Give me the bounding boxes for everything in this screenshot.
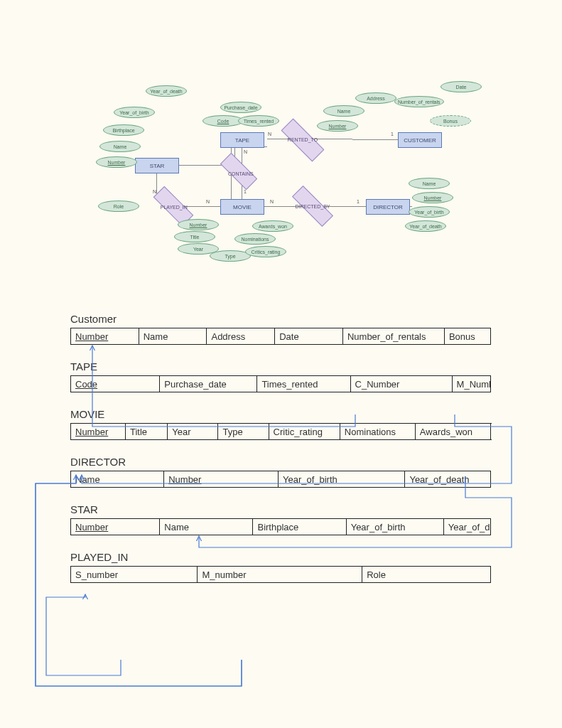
relational-schema: Customer Number Name Address Date Number…: [70, 313, 491, 583]
col-customer-bonus: Bonus: [444, 328, 490, 345]
table-tape: Code Purchase_date Times_rented C_Number…: [70, 375, 491, 392]
entity-tape-label: TAPE: [235, 137, 249, 144]
entity-movie: MOVIE: [220, 199, 264, 215]
rel-rented-to-wrapper: RENTED_TO: [281, 132, 330, 147]
attr-cust-number-of-rentals: Number_of_rentals: [394, 96, 444, 107]
attr-movie-nominations: Nominations: [234, 233, 276, 245]
col-star-yob: Year_of_birth: [346, 519, 443, 535]
col-movie-title: Title: [125, 424, 167, 440]
attr-movie-critics-rating: Critics_rating: [245, 246, 286, 257]
attr-tape-times-rented: Times_rented: [238, 115, 279, 127]
attr-cust-name: Name: [323, 105, 364, 117]
table-movie: Number Title Year Type Critic_rating Nom…: [70, 423, 491, 440]
col-star-birthplace: Birthplace: [253, 519, 346, 535]
attr-cust-date: Date: [441, 81, 482, 92]
table-director: Name Number Year_of_birth Year_of_death: [70, 471, 491, 488]
table-star-block: STAR Number Name Birthplace Year_of_birt…: [70, 503, 491, 535]
col-star-number: Number: [75, 522, 108, 532]
entity-star-label: STAR: [150, 163, 165, 169]
attr-cust-address: Address: [355, 92, 396, 104]
card-star-played-n: N: [153, 189, 156, 194]
col-playedin-snumber: S_number: [71, 567, 198, 583]
col-star-yod: Year_of_death: [443, 519, 490, 535]
entity-star: STAR: [135, 158, 179, 173]
entity-director-label: DIRECTOR: [373, 204, 403, 210]
card-rented-cust-1: 1: [391, 132, 394, 136]
attr-dir-year-of-birth: Year_of_birth: [409, 206, 450, 218]
attr-dir-number: Number: [412, 192, 453, 203]
attr-movie-awards-won: Awards_won: [252, 220, 293, 232]
attr-star-number: Number: [96, 156, 137, 168]
card-movie-directed-n: N: [270, 199, 274, 204]
entity-customer: CUSTOMER: [398, 132, 442, 148]
col-tape-timesrented: Times_rented: [257, 376, 350, 392]
table-movie-name: MOVIE: [70, 408, 491, 420]
card-tape-rented-n: N: [268, 132, 271, 136]
col-customer-date: Date: [275, 328, 343, 345]
entity-director: DIRECTOR: [366, 199, 410, 215]
attr-movie-title: Title: [174, 231, 215, 242]
rel-played-in: PLAYED_IN: [153, 200, 195, 215]
col-movie-number: Number: [75, 427, 108, 437]
card-directed-dir-1: 1: [357, 199, 360, 204]
col-director-yob: Year_of_birth: [278, 471, 404, 488]
col-movie-type: Type: [218, 424, 269, 440]
table-tape-name: TAPE: [70, 360, 491, 373]
col-movie-criticrating: Critic_rating: [269, 424, 340, 440]
table-playedin-block: PLAYED_IN S_number M_number Role: [70, 551, 491, 583]
col-tape-mnumber: M_Number: [452, 376, 490, 392]
table-playedin-name: PLAYED_IN: [70, 551, 491, 563]
col-tape-purchasedate: Purchase_date: [160, 376, 257, 392]
table-star-name: STAR: [70, 503, 491, 515]
attr-played-role: Role: [98, 200, 139, 212]
attr-tape-purchase-date: Purchase_date: [220, 102, 261, 113]
col-customer-numrentals: Number_of_rentals: [342, 328, 444, 345]
col-customer-number: Number: [75, 331, 108, 342]
table-director-name: DIRECTOR: [70, 456, 491, 468]
col-movie-nominations: Nominations: [340, 424, 415, 440]
card-tape-contains-n: N: [244, 149, 247, 154]
table-customer-name: Customer: [70, 313, 491, 325]
attr-movie-number: Number: [178, 219, 219, 230]
rel-contains: CONTAINS: [220, 166, 262, 182]
attr-dir-name: Name: [409, 178, 450, 189]
table-star: Number Name Birthplace Year_of_birth Yea…: [70, 518, 491, 535]
entity-tape: TAPE: [220, 132, 264, 148]
table-director-block: DIRECTOR Name Number Year_of_birth Year_…: [70, 456, 491, 488]
table-tape-block: TAPE Code Purchase_date Times_rented C_N…: [70, 360, 491, 392]
col-playedin-mnumber: M_number: [198, 567, 362, 583]
col-director-number: Number: [168, 474, 201, 485]
entity-customer-label: CUSTOMER: [404, 137, 436, 144]
col-playedin-role: Role: [362, 567, 491, 583]
rel-rented-to: RENTED_TO: [281, 132, 324, 148]
attr-star-name: Name: [99, 141, 141, 152]
col-movie-year: Year: [168, 424, 218, 440]
table-customer: Number Name Address Date Number_of_renta…: [70, 328, 491, 345]
col-director-name: Name: [71, 471, 164, 488]
col-tape-cnumber: C_Number: [350, 376, 452, 392]
table-customer-block: Customer Number Name Address Date Number…: [70, 313, 491, 345]
attr-cust-bonus: Bonus: [430, 115, 471, 127]
col-customer-name: Name: [139, 328, 207, 345]
attr-star-year-of-birth: Year_of_birth: [114, 107, 155, 118]
card-contains-movie-1: 1: [244, 189, 247, 194]
er-diagram: STAR Year_of_death Year_of_birth Birthpl…: [92, 64, 490, 256]
col-movie-awardswon: Awards_won: [415, 424, 490, 440]
table-movie-block: MOVIE Number Title Year Type Critic_rati…: [70, 408, 491, 440]
card-played-movie-n: N: [206, 199, 210, 204]
attr-star-year-of-death: Year_of_death: [146, 85, 187, 97]
rel-directed-by: DIRECTED_BY: [291, 199, 334, 215]
col-customer-address: Address: [207, 328, 275, 345]
table-playedin: S_number M_number Role: [70, 566, 491, 583]
fk-playedin-snumber: [46, 594, 121, 675]
attr-dir-year-of-death: Year_of_death: [405, 220, 446, 232]
col-star-name: Name: [160, 519, 253, 535]
col-director-yod: Year_of_death: [405, 471, 491, 488]
col-tape-code: Code: [75, 379, 97, 390]
entity-movie-label: MOVIE: [233, 204, 252, 210]
attr-cust-number: Number: [317, 120, 358, 132]
attr-star-birthplace: Birthplace: [103, 124, 144, 136]
